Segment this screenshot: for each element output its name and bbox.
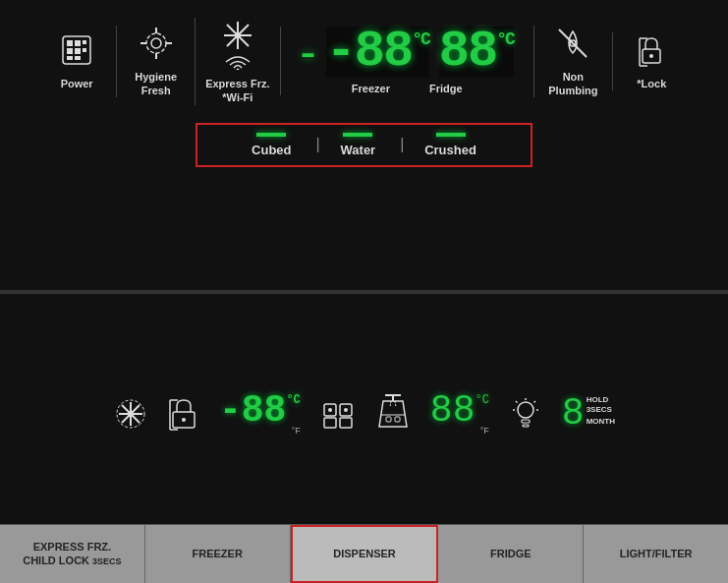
- non-plumbing-group[interactable]: NonPlumbing: [533, 26, 612, 98]
- bottom-freezer-temp: -88°C °F: [213, 392, 307, 436]
- svg-point-10: [151, 38, 161, 48]
- svg-rect-2: [75, 40, 81, 46]
- lock-label: *Lock: [637, 77, 666, 90]
- svg-rect-41: [324, 418, 336, 428]
- bottom-icons-row: -88°C °F: [0, 294, 728, 524]
- svg-line-58: [516, 401, 518, 403]
- svg-line-59: [533, 401, 535, 403]
- bottom-snowflake-icon: [107, 396, 154, 432]
- fridge-label: Fridge: [429, 82, 463, 95]
- non-plumbing-icon: [555, 26, 590, 66]
- bottom-light-icon: [503, 396, 548, 432]
- bottom-filter-display: 8 HOLD3SECS MONTH: [556, 395, 621, 433]
- crushed-indicator: [436, 133, 466, 137]
- express-frz-button[interactable]: EXPRESS FRZ.CHILD LOCK 3SECS: [0, 525, 145, 583]
- svg-point-20: [236, 69, 239, 71]
- svg-rect-1: [67, 40, 73, 46]
- power-icon: [59, 32, 94, 73]
- svg-rect-51: [395, 417, 400, 422]
- svg-point-43: [328, 408, 332, 412]
- freezer-button[interactable]: FREEZER: [145, 525, 291, 583]
- freezer-temp-group[interactable]: - -88°C 88°C Freezer Fridge: [280, 27, 533, 95]
- svg-rect-42: [340, 418, 352, 428]
- svg-rect-7: [67, 56, 73, 60]
- bottom-ice-icon: [314, 396, 362, 432]
- bottom-panel: -88°C °F: [0, 294, 728, 583]
- power-label: Power: [61, 77, 93, 90]
- cubed-option[interactable]: Cubed: [227, 133, 315, 157]
- minus-sign: -: [301, 29, 316, 76]
- cubed-label: Cubed: [252, 143, 291, 157]
- svg-rect-50: [386, 417, 391, 422]
- svg-line-49: [395, 401, 396, 407]
- express-frz-icon: [220, 18, 255, 58]
- svg-line-48: [390, 401, 391, 407]
- water-indicator: [343, 133, 372, 137]
- hygiene-fresh-icon: [139, 26, 174, 66]
- non-plumbing-label: NonPlumbing: [548, 70, 597, 98]
- svg-point-35: [182, 418, 186, 422]
- svg-rect-6: [83, 48, 86, 52]
- dispenser-button[interactable]: DISPENSER: [291, 525, 439, 583]
- hygiene-fresh-group[interactable]: HygieneFresh: [116, 26, 195, 98]
- svg-rect-5: [75, 48, 81, 54]
- hygiene-fresh-label: HygieneFresh: [135, 70, 177, 98]
- power-group[interactable]: Power: [37, 32, 116, 90]
- express-frz-label: Express Frz.*Wi-Fi: [205, 77, 269, 105]
- bottom-lock-icon: [162, 396, 205, 432]
- svg-point-19: [235, 32, 241, 38]
- bottom-buttons-row: EXPRESS FRZ.CHILD LOCK 3SECS FREEZER DIS…: [0, 524, 728, 583]
- freezer-label: Freezer: [352, 82, 390, 95]
- top-icons-row: Power HygieneFresh: [20, 18, 708, 105]
- light-filter-button[interactable]: LIGHT/FILTER: [584, 525, 728, 583]
- svg-rect-53: [522, 420, 530, 423]
- fridge-temp-display: 88°C: [439, 27, 514, 78]
- temp-display: - -88°C 88°C: [301, 27, 514, 78]
- crushed-option[interactable]: Crushed: [400, 133, 501, 157]
- water-label: Water: [341, 143, 376, 157]
- svg-point-33: [128, 411, 134, 417]
- express-frz-group[interactable]: Express Frz.*Wi-Fi: [195, 18, 279, 105]
- svg-point-9: [146, 33, 166, 53]
- svg-rect-4: [67, 48, 73, 54]
- wifi-icon: [224, 54, 252, 73]
- cubed-indicator: [256, 133, 286, 137]
- svg-point-24: [649, 54, 653, 58]
- top-panel: Power HygieneFresh: [0, 0, 728, 290]
- svg-rect-3: [83, 40, 86, 44]
- crushed-label: Crushed: [424, 143, 476, 157]
- svg-point-52: [518, 402, 533, 418]
- dispenser-selection: Cubed Water Crushed: [196, 123, 532, 167]
- bottom-fridge-temp: 88°C °F: [424, 392, 495, 436]
- lock-icon: [634, 32, 669, 73]
- water-option[interactable]: Water: [316, 133, 401, 157]
- freezer-temp-display: -88°C: [326, 27, 429, 78]
- lock-group[interactable]: *Lock: [612, 32, 691, 90]
- fridge-button[interactable]: FRIDGE: [438, 525, 584, 583]
- svg-point-44: [344, 408, 348, 412]
- bottom-dispenser-glass-icon: [369, 393, 417, 435]
- svg-rect-54: [523, 425, 529, 427]
- svg-rect-8: [75, 56, 81, 60]
